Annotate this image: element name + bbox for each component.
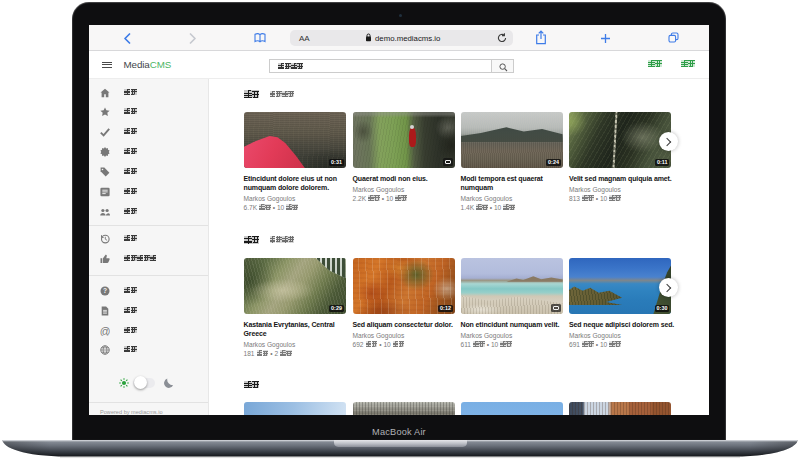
svg-text:?: ?	[103, 287, 107, 294]
svg-text:@: @	[100, 326, 110, 336]
